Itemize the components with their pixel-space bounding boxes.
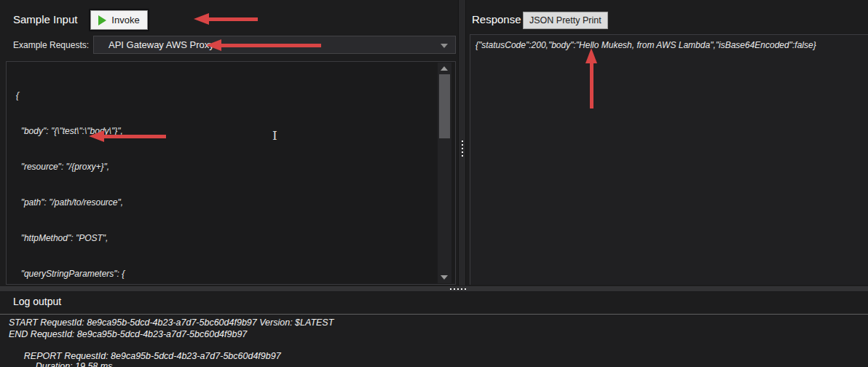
scroll-down-icon[interactable] xyxy=(441,275,448,280)
log-line-start: START RequestId: 8e9ca95b-5dcd-4b23-a7d7… xyxy=(9,317,334,328)
log-output-box[interactable]: START RequestId: 8e9ca95b-5dcd-4b23-a7d7… xyxy=(0,314,868,367)
play-icon xyxy=(98,15,106,25)
json-pretty-print-label: JSON Pretty Print xyxy=(529,15,601,25)
chevron-down-icon xyxy=(441,44,448,48)
report-duration: Duration: 19.58 ms xyxy=(36,361,113,367)
response-output[interactable]: {"statusCode":200,"body":"Hello Mukesh, … xyxy=(470,34,868,285)
sample-input-json: { "body": "{\"test\":\"body\"}", "resour… xyxy=(16,66,360,285)
horizontal-splitter[interactable] xyxy=(0,285,868,292)
log-line-report: REPORT RequestId: 8e9ca95b-5dcd-4b23-a7d… xyxy=(9,341,281,367)
report-request-id: REPORT RequestId: 8e9ca95b-5dcd-4b23-a7d… xyxy=(24,351,281,361)
example-requests-label: Example Requests: xyxy=(13,40,89,50)
splitter-grip-icon xyxy=(450,288,466,290)
response-body: {"statusCode":200,"body":"Hello Mukesh, … xyxy=(476,40,816,50)
invoke-button[interactable]: Invoke xyxy=(90,10,148,30)
sample-input-editor[interactable]: { "body": "{\"test\":\"body\"}", "resour… xyxy=(6,61,456,285)
response-title: Response xyxy=(472,13,521,25)
scrollbar-thumb[interactable] xyxy=(439,74,450,138)
red-arrow-invoke-icon xyxy=(194,13,258,25)
sample-input-title: Sample Input xyxy=(13,13,77,25)
vertical-splitter[interactable] xyxy=(458,0,466,285)
invoke-button-label: Invoke xyxy=(111,15,139,25)
log-line-end: END RequestId: 8e9ca95b-5dcd-4b23-a7d7-5… xyxy=(9,329,247,339)
log-output-title: Log output xyxy=(13,296,61,307)
example-requests-selected-value: API Gateway AWS Proxy xyxy=(108,39,214,50)
example-requests-dropdown[interactable]: API Gateway AWS Proxy xyxy=(93,36,456,54)
json-pretty-print-button[interactable]: JSON Pretty Print xyxy=(523,12,608,29)
splitter-grip-icon xyxy=(462,141,463,157)
scroll-up-icon[interactable] xyxy=(441,66,448,71)
editor-scrollbar[interactable] xyxy=(438,63,451,283)
lambda-test-tool-window: Sample Input Invoke Example Requests: AP… xyxy=(0,0,868,367)
